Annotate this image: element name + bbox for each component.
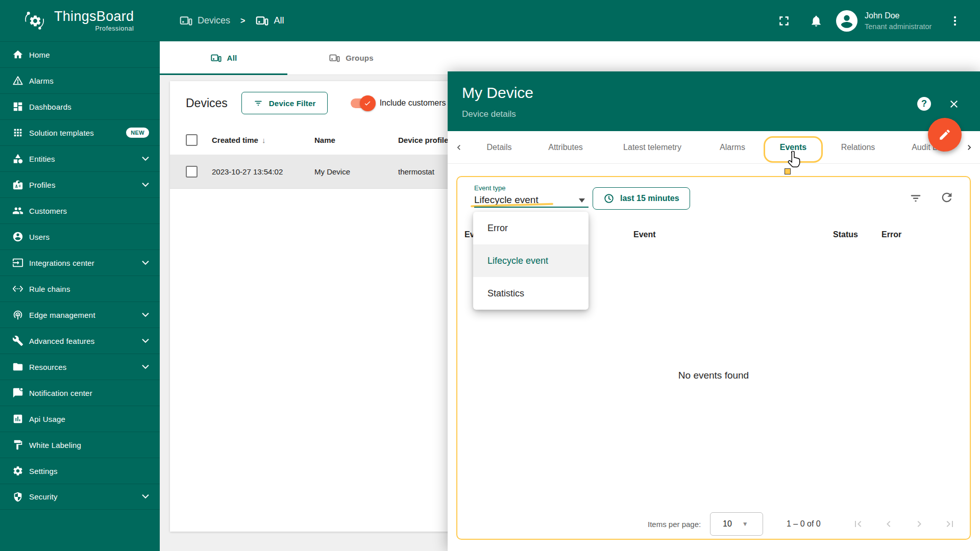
tab-alarms[interactable]: Alarms [720, 131, 745, 163]
prev-page-icon[interactable] [883, 518, 895, 530]
row-checkbox[interactable] [186, 166, 198, 178]
tab-details[interactable]: Details [487, 131, 512, 163]
empty-state-text: No events found [457, 370, 970, 381]
sidebar-item-home[interactable]: Home [0, 41, 160, 67]
event-type-label: Event type [474, 184, 505, 192]
sidebar-item-label: Edge management [29, 311, 95, 319]
device-filter-label: Device Filter [269, 99, 316, 108]
chevron-down-icon [142, 313, 149, 317]
dropdown-option-lifecycle-event[interactable]: Lifecycle event [473, 244, 589, 277]
warning-icon [12, 75, 23, 86]
breadcrumb-devices[interactable]: Devices [179, 14, 230, 28]
user-name: John Doe [865, 11, 932, 20]
panel-header: My Device Device details ? [448, 71, 980, 131]
include-customers-toggle[interactable] [351, 98, 373, 108]
sidebar-item-users[interactable]: Users [0, 223, 160, 249]
sidebar-item-rule-chains[interactable]: Rule chains [0, 276, 160, 302]
user-info[interactable]: John Doe Tenant administrator [865, 11, 932, 31]
chevron-down-icon [142, 157, 149, 161]
panel-title: My Device [462, 84, 533, 102]
dropdown-option-statistics[interactable]: Statistics [473, 277, 589, 310]
sidebar-item-edge-management[interactable]: Edge management [0, 302, 160, 328]
breadcrumb-label: Devices [198, 15, 230, 26]
sidebar-item-white-labeling[interactable]: White Labeling [0, 432, 160, 458]
help-icon[interactable]: ? [917, 97, 931, 111]
sidebar-item-notification-center[interactable]: Notification center [0, 380, 160, 406]
sidebar-item-label: Notification center [29, 389, 92, 397]
tab-events[interactable]: Events [780, 131, 806, 163]
device-filter-button[interactable]: Device Filter [241, 92, 328, 114]
sidebar-item-profiles[interactable]: Profiles [0, 171, 160, 197]
sidebar-item-label: Settings [29, 467, 58, 475]
sidebar-item-label: White Labeling [29, 441, 81, 449]
antenna-icon [12, 309, 23, 320]
next-page-icon[interactable] [913, 518, 925, 530]
device-details-panel: My Device Device details ? Details Attri… [448, 71, 980, 551]
chevron-down-icon [142, 339, 149, 343]
column-created-time[interactable]: Created time [212, 136, 258, 144]
sidebar-item-alarms[interactable]: Alarms [0, 67, 160, 93]
pencil-icon [938, 128, 951, 141]
tab-latest-telemetry[interactable]: Latest telemetry [623, 131, 681, 163]
filter-icon [253, 98, 263, 108]
sidebar-item-label: Alarms [29, 77, 54, 85]
sidebar-item-label: Dashboards [29, 103, 71, 111]
sidebar-item-security[interactable]: Security [0, 484, 160, 510]
app-name: ThingsBoard [54, 10, 134, 23]
tab-relations[interactable]: Relations [841, 131, 875, 163]
sidebar-item-integrations-center[interactable]: Integrations center [0, 249, 160, 276]
sidebar-item-api-usage[interactable]: Api Usage [0, 406, 160, 432]
devices-title: Devices [186, 96, 228, 110]
tab-all[interactable]: All [160, 41, 287, 74]
people-icon [12, 205, 23, 216]
tab-groups[interactable]: Groups [287, 41, 415, 74]
select-underline [474, 207, 589, 208]
close-icon[interactable] [948, 98, 960, 110]
tab-attributes[interactable]: Attributes [548, 131, 583, 163]
sidebar-item-advanced-features[interactable]: Advanced features [0, 328, 160, 354]
devices-icon [179, 14, 192, 28]
folder-icon [12, 361, 23, 372]
sort-desc-icon[interactable]: ↓ [262, 136, 266, 144]
sidebar-item-solution-templates[interactable]: Solution templates NEW [0, 119, 160, 145]
sidebar-item-settings[interactable]: Settings [0, 458, 160, 484]
sidebar-item-label: Advanced features [29, 337, 94, 345]
user-avatar[interactable] [836, 10, 857, 32]
dropdown-option-error[interactable]: Error [473, 212, 589, 244]
tabs-scroll-right-icon[interactable] [964, 131, 974, 163]
sidebar-item-label: Entities [29, 155, 55, 163]
column-error: Error [881, 230, 901, 239]
entity-group-tabbar: All Groups [160, 41, 980, 75]
sidebar-item-entities[interactable]: Entities [0, 145, 160, 171]
events-filter-icon[interactable] [909, 190, 923, 205]
time-window-button[interactable]: last 15 minutes [593, 187, 690, 210]
fullscreen-icon[interactable] [776, 13, 792, 29]
last-page-icon[interactable] [944, 518, 956, 530]
refresh-icon[interactable] [940, 190, 954, 205]
kebab-menu-icon[interactable] [948, 14, 962, 28]
sidebar-item-resources[interactable]: Resources [0, 354, 160, 380]
edit-fab-button[interactable] [928, 118, 962, 152]
first-page-icon[interactable] [852, 518, 864, 530]
breadcrumb-all[interactable]: All [255, 14, 284, 28]
items-per-page-select[interactable]: 10 ▼ [710, 512, 763, 536]
app-edition: Professional [95, 25, 134, 32]
column-name[interactable]: Name [314, 136, 398, 144]
chat-notification-icon [12, 387, 23, 398]
cell-created-time: 2023-10-27 13:54:02 [212, 167, 314, 176]
chevron-down-icon [142, 494, 149, 499]
items-per-page-value: 10 [723, 519, 732, 529]
select-all-checkbox[interactable] [186, 134, 198, 146]
breadcrumb-label: All [274, 15, 284, 26]
tabs-scroll-left-icon[interactable] [454, 131, 464, 163]
sidebar-item-dashboards[interactable]: Dashboards [0, 93, 160, 119]
select-arrow-icon[interactable] [579, 198, 585, 203]
gear-icon [12, 465, 23, 477]
devices-icon [210, 53, 222, 64]
app-logo[interactable]: ThingsBoard Professional [0, 0, 160, 41]
column-event: Event [633, 230, 656, 239]
sidebar-item-label: Profiles [29, 181, 56, 189]
notifications-bell-icon[interactable] [810, 14, 823, 28]
chevron-down-icon [142, 261, 149, 265]
sidebar-item-customers[interactable]: Customers [0, 197, 160, 223]
